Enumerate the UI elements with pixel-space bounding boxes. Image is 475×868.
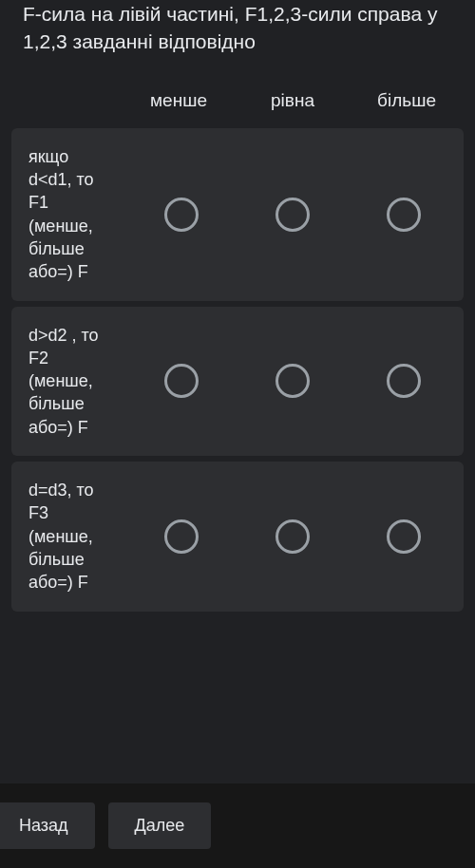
radio-r2-c3[interactable] bbox=[387, 364, 421, 398]
row-label-1: якщо d<d1, то F1 (менше, більше або=) F bbox=[15, 145, 125, 284]
grid-row-3: d=d3, то F3 (менше, більше або=) F bbox=[11, 462, 464, 611]
radio-r2-c1[interactable] bbox=[164, 364, 199, 398]
header-spacer bbox=[11, 90, 122, 111]
radio-cell bbox=[237, 198, 348, 232]
column-header-2: рівна bbox=[236, 90, 350, 111]
radio-r3-c2[interactable] bbox=[276, 519, 310, 554]
radio-cell bbox=[125, 519, 237, 554]
radio-cell bbox=[349, 519, 460, 554]
radio-r1-c3[interactable] bbox=[387, 198, 421, 232]
radio-cell bbox=[237, 519, 348, 554]
radio-cell bbox=[349, 198, 460, 232]
grid-container: менше рівна більше якщо d<d1, то F1 (мен… bbox=[0, 79, 475, 612]
radio-r3-c1[interactable] bbox=[164, 519, 199, 554]
question-text: F-сила на лівій частині, F1,2,3-сили спр… bbox=[0, 0, 475, 79]
radio-cell bbox=[237, 364, 348, 398]
grid-row-1: якщо d<d1, то F1 (менше, більше або=) F bbox=[11, 128, 464, 301]
back-button[interactable]: Назад bbox=[0, 802, 95, 849]
column-header-1: менше bbox=[122, 90, 236, 111]
next-button[interactable]: Далее bbox=[108, 802, 212, 849]
radio-r2-c2[interactable] bbox=[276, 364, 310, 398]
radio-r1-c2[interactable] bbox=[276, 198, 310, 232]
grid-header-row: менше рівна більше bbox=[11, 79, 464, 128]
radio-cell bbox=[125, 198, 237, 232]
row-label-2: d>d2 , то F2 (менше, більше або=) F bbox=[15, 324, 125, 439]
nav-bar: Назад Далее bbox=[0, 783, 475, 868]
column-header-3: більше bbox=[350, 90, 464, 111]
row-label-3: d=d3, то F3 (менше, більше або=) F bbox=[15, 479, 125, 594]
radio-r1-c1[interactable] bbox=[164, 198, 199, 232]
question-line-1: F-сила на лівій частині, F1,2,3-сили bbox=[23, 3, 352, 25]
radio-cell bbox=[349, 364, 460, 398]
grid-row-2: d>d2 , то F2 (менше, більше або=) F bbox=[11, 307, 464, 456]
radio-r3-c3[interactable] bbox=[387, 519, 421, 554]
radio-cell bbox=[125, 364, 237, 398]
